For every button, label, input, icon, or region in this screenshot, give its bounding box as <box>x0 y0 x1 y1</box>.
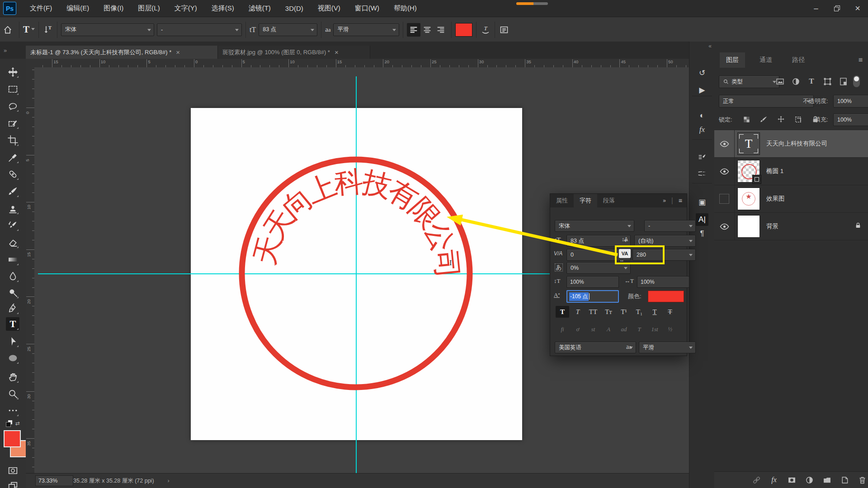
opacity-select[interactable]: 100% <box>833 95 868 108</box>
filter-adjustment-icon[interactable] <box>790 75 802 87</box>
style-button-5[interactable]: T₁ <box>632 306 646 318</box>
filter-toggle[interactable] <box>853 75 860 87</box>
type-tool-preset[interactable]: T <box>23 24 35 35</box>
move-tool[interactable] <box>6 65 19 79</box>
lock-position-icon[interactable] <box>775 113 787 125</box>
fill-select[interactable]: 100% <box>833 113 868 126</box>
text-orientation-icon[interactable]: T <box>42 24 53 35</box>
brushes-panel-icon[interactable] <box>696 167 708 180</box>
text-color-swatch[interactable] <box>455 23 472 37</box>
blend-mode-select[interactable]: 正常 <box>719 95 814 108</box>
font-family-select[interactable]: 宋体 <box>61 23 154 36</box>
toolbar-collapse-icon[interactable]: » <box>4 47 7 54</box>
minimize-button[interactable]: – <box>806 0 826 17</box>
menu-item-9[interactable]: 窗口(W) <box>348 0 387 17</box>
actions-panel-icon[interactable]: ▶ <box>696 84 708 96</box>
tab-paragraph[interactable]: 段落 <box>597 194 621 207</box>
paragraph-panel-icon[interactable]: ¶ <box>696 227 708 240</box>
opentype-button-6[interactable]: 1st <box>648 324 661 335</box>
opentype-button-1[interactable]: ơ <box>571 324 585 335</box>
quick-mask-button[interactable] <box>6 464 19 477</box>
menu-item-8[interactable]: 视图(V) <box>311 0 348 17</box>
opentype-button-3[interactable]: A <box>602 324 615 335</box>
filter-smart-object-icon[interactable] <box>837 75 849 87</box>
lock-artboard-icon[interactable] <box>792 113 804 125</box>
horizontal-scale-input[interactable]: 100% <box>637 276 689 288</box>
close-button[interactable]: × <box>847 0 868 17</box>
dodge-tool[interactable] <box>6 286 19 299</box>
swap-colors-icon[interactable]: ⇄ <box>15 420 20 427</box>
lock-transparent-icon[interactable] <box>741 113 752 125</box>
tab-paths[interactable]: 路径 <box>786 52 811 68</box>
layer-filter-select[interactable]: 类型 <box>719 75 779 88</box>
cp-font-family-select[interactable]: 宋体 <box>555 220 634 232</box>
lasso-tool[interactable] <box>6 99 19 113</box>
menu-item-6[interactable]: 滤镜(T) <box>241 0 278 17</box>
align-right-button[interactable] <box>434 23 448 37</box>
language-select[interactable]: 美国英语 <box>555 342 636 353</box>
layer-name[interactable]: 天天向上科技有限公司 <box>766 140 868 148</box>
new-layer-icon[interactable] <box>839 474 850 486</box>
hand-tool[interactable] <box>6 370 19 384</box>
more-tools[interactable] <box>6 404 19 417</box>
tab-layers[interactable]: 图层 <box>720 52 745 68</box>
align-center-button[interactable] <box>420 23 434 37</box>
screen-mode-button[interactable] <box>6 479 19 488</box>
document-tab-active[interactable]: 未标题-1 @ 73.3% (天天向上科技有限公司, RGB/8#) * × <box>26 46 218 59</box>
layer-name[interactable]: 椭圆 1 <box>766 167 868 175</box>
menu-item-1[interactable]: 编辑(E) <box>59 0 96 17</box>
document-tab[interactable]: 斑驳素材.jpg @ 100% (图层 0, RGB/8#) * × <box>218 46 370 59</box>
horizontal-ruler[interactable]: 1510505101520253035404550 <box>34 59 689 68</box>
lock-pixels-icon[interactable] <box>758 113 769 125</box>
visibility-eye-icon[interactable] <box>714 158 735 185</box>
ellipse-tool[interactable] <box>6 351 19 365</box>
brush-tool[interactable] <box>6 184 19 198</box>
tsume-select[interactable]: 0% <box>566 262 631 274</box>
tab-character[interactable]: 字符 <box>574 194 597 207</box>
layer-row-3[interactable]: 背景 <box>714 213 868 240</box>
filter-image-icon[interactable] <box>774 75 786 87</box>
style-button-0[interactable]: T <box>556 306 569 318</box>
menu-item-2[interactable]: 图像(I) <box>96 0 131 17</box>
link-layers-icon[interactable] <box>750 474 762 486</box>
warp-text-icon[interactable]: T <box>480 24 491 35</box>
restore-button[interactable] <box>826 0 847 17</box>
home-icon[interactable] <box>0 25 15 35</box>
layer-row-0[interactable]: T天天向上科技有限公司 <box>714 130 868 158</box>
layer-row-2[interactable]: ★效果图 <box>714 185 868 213</box>
opentype-button-0[interactable]: fi <box>556 324 569 335</box>
style-button-1[interactable]: T <box>571 306 585 318</box>
clone-stamp-tool[interactable] <box>6 202 19 215</box>
adjustment-layer-icon[interactable] <box>803 474 815 486</box>
layer-row-1[interactable]: 椭圆 1 <box>714 158 868 185</box>
menu-item-4[interactable]: 文字(Y) <box>167 0 204 17</box>
history-panel-icon[interactable]: ↺ <box>696 66 708 79</box>
menu-item-7[interactable]: 3D(D) <box>278 0 311 17</box>
spot-healing-brush-tool[interactable] <box>6 167 19 181</box>
cp-anti-alias-select[interactable]: 平滑 <box>639 342 696 353</box>
filter-shape-icon[interactable] <box>821 75 833 87</box>
brush-settings-panel-icon[interactable] <box>696 151 708 164</box>
layer-name[interactable]: 效果图 <box>766 195 868 203</box>
opentype-button-4[interactable]: ad <box>617 324 631 335</box>
eyedropper-tool[interactable] <box>6 150 19 164</box>
path-selection-tool[interactable] <box>6 334 19 348</box>
panel-menu-icon[interactable]: ≡ <box>859 56 863 64</box>
leading-select[interactable]: (自动) <box>634 235 696 247</box>
panel-expand-icon[interactable]: » <box>663 197 666 204</box>
image-layer-thumbnail[interactable]: ★ <box>737 188 760 210</box>
cp-color-swatch[interactable] <box>648 291 684 302</box>
layer-mask-icon[interactable] <box>786 474 797 486</box>
zoom-level-input[interactable]: 73.33% <box>35 475 73 486</box>
visibility-eye-icon[interactable] <box>714 130 735 157</box>
style-button-2[interactable]: TT <box>586 306 600 318</box>
object-selection-tool[interactable] <box>6 116 19 130</box>
menu-item-0[interactable]: 文件(F) <box>23 0 59 17</box>
tab-properties[interactable]: 属性 <box>550 194 574 207</box>
blur-tool[interactable] <box>6 269 19 283</box>
character-panel-icon[interactable]: A| <box>696 213 708 226</box>
panel-menu-icon[interactable]: ≡ <box>679 197 682 204</box>
delete-layer-icon[interactable] <box>856 474 868 486</box>
vertical-ruler[interactable]: 05101520253035 <box>26 67 35 474</box>
font-size-select[interactable]: 83 点 <box>259 23 317 36</box>
